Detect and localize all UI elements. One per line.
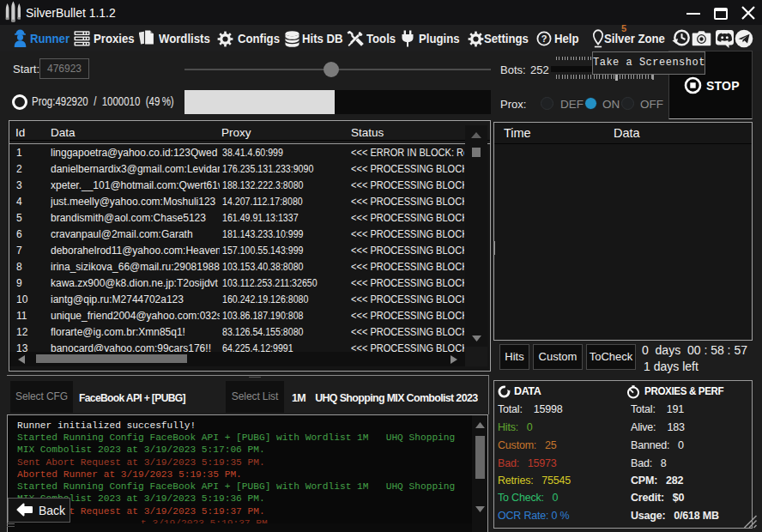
svg-text:?: ? — [541, 33, 547, 44]
